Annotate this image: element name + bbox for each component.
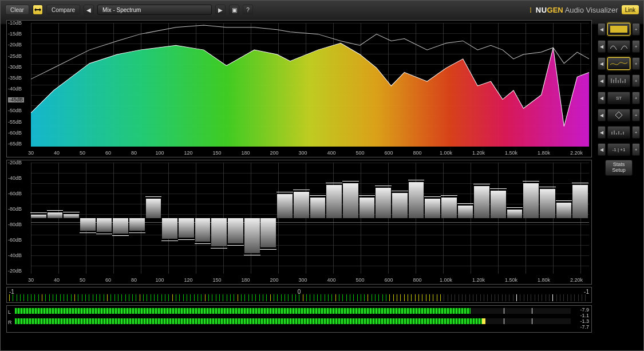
row6-left-button[interactable]: ◀ [598,109,606,121]
meter-r-label: R [8,320,12,325]
row8-display[interactable]: -1 | +1 [607,143,630,156]
meter-l-rms: -1.1 [580,313,589,318]
grid-icon: ▣ [232,7,237,13]
correlation-scale: -1 0 -1 [9,289,589,294]
row5-left-button[interactable]: ◀ [598,92,606,104]
ab-toggle-button[interactable] [33,5,43,15]
chevron-left-icon: ◀ [86,7,91,13]
row6-display[interactable] [607,109,630,121]
row5-display[interactable]: ST [607,92,630,104]
view-row-1: ◀ + [598,22,640,36]
bars-y-axis: -20dB-40dB-60dB-80dB-80dB-60dB-40dB-20dB [8,160,22,274]
bars-x-axis: 3040506080100120150180200300400500600800… [31,277,589,283]
row3-display[interactable] [607,57,630,70]
spectrum-plot [31,23,589,147]
bars-panel[interactable]: -20dB-40dB-60dB-80dB-80dB-60dB-40dB-20dB… [6,160,592,285]
svg-rect-0 [610,26,627,33]
spectrum-y-axis: -10dB-15dB-20dB-25dB-30dB-35dB-40dB-45dB… [8,21,24,147]
play-button[interactable]: ▶ [215,5,226,15]
row4-right-button[interactable]: + [632,74,640,87]
clear-button[interactable]: Clear [5,5,29,15]
row1-left-button[interactable]: ◀ [598,23,606,36]
spectrum-panel[interactable]: -10dB-15dB-20dB-25dB-30dB-35dB-40dB-45dB… [6,20,592,157]
stats-setup-button[interactable]: Stats Setup [605,160,633,176]
row2-left-button[interactable]: ◀ [598,40,606,53]
row3-left-button[interactable]: ◀ [598,57,606,70]
view-row-4: ◀ + [598,74,640,88]
meter-l-bar [15,308,571,314]
row7-right-button[interactable]: + [632,126,640,139]
row2-display[interactable] [607,40,630,53]
meter-r-peak: -1.3 [580,318,589,324]
meter-l-label: L [8,309,11,315]
meter-r-bar [15,318,571,324]
preset-prev-button[interactable]: ◀ [84,5,94,15]
link-button[interactable]: Link [622,5,639,14]
view-controls: ◀ + ◀ + ◀ + ◀ + ◀ ST + [598,19,643,350]
toolbar: Clear Compare ◀ Mix - Spectrum ▶ ▣ ? ⁞ N… [1,1,643,19]
row6-right-button[interactable]: + [632,109,640,121]
row7-display[interactable] [607,126,630,139]
correlation-ticks [9,294,589,301]
view-row-5: ◀ ST + [598,91,640,105]
row3-right-button[interactable]: + [632,57,640,70]
preset-display[interactable]: Mix - Spectrum [97,5,212,15]
view-row-6: ◀ + [598,108,640,122]
row1-right-button[interactable]: + [632,23,640,36]
bars-plot [31,163,589,274]
brand-dots-icon: ⁞ [530,6,532,14]
meter-l-peak: -7.9 [580,307,589,313]
row2-right-button[interactable]: + [632,40,640,53]
row8-left-button[interactable]: ◀ [598,143,606,156]
compare-button[interactable]: Compare [46,5,80,15]
row5-right-button[interactable]: + [632,92,640,104]
row7-left-button[interactable]: ◀ [598,126,606,139]
meter-r-rms: -7.7 [580,324,589,330]
correlation-panel[interactable]: -1 0 -1 [6,287,592,303]
view-row-2: ◀ + [598,40,640,53]
view-row-3: ◀ + [598,57,640,70]
view-row-7: ◀ + [598,125,640,139]
view-row-8: ◀ -1 | +1 + [598,143,640,156]
brand: ⁞ NUGEN Audio Visualizer Link [530,5,639,14]
view-button[interactable]: ▣ [229,5,239,15]
row8-right-button[interactable]: + [632,143,640,156]
help-button[interactable]: ? [243,5,253,15]
row4-display[interactable] [607,74,630,87]
row1-display[interactable] [607,23,630,36]
arrows-horizontal-icon [34,7,42,12]
app-window: Clear Compare ◀ Mix - Spectrum ▶ ▣ ? ⁞ N… [0,0,644,351]
meter-panel[interactable]: L R -7.9 -1.1 -1.3 -7.7 [6,305,592,333]
play-icon: ▶ [218,7,223,13]
spectrum-x-axis: 3040506080100120150180200300400500600800… [31,150,589,156]
row4-left-button[interactable]: ◀ [598,74,606,87]
